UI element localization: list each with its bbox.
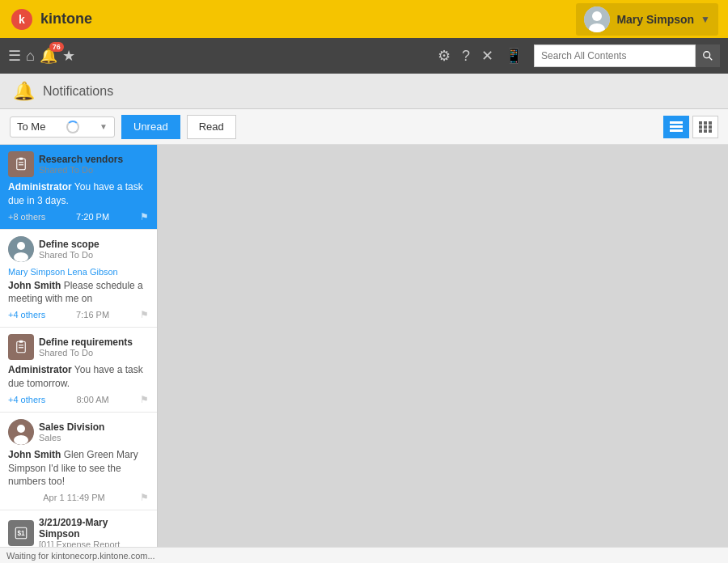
notification-item[interactable]: Define requirements Shared To Do Adminis… xyxy=(0,328,157,413)
flag-icon[interactable]: ⚑ xyxy=(140,492,149,503)
search-input[interactable] xyxy=(534,44,696,67)
notif-time: 8:00 AM xyxy=(76,395,108,404)
notif-sender: John Smith xyxy=(8,449,61,460)
avatar xyxy=(584,6,610,32)
svg-rect-19 xyxy=(17,159,26,170)
app-name: Define scope xyxy=(39,239,99,250)
notif-time: 7:16 PM xyxy=(76,310,109,320)
user-avatar xyxy=(8,236,34,262)
notifications-title: Notifications xyxy=(43,84,113,99)
to-me-dropdown[interactable]: To Me ▼ xyxy=(10,116,115,138)
notif-message: Administrator You have a task due tomorr… xyxy=(8,363,149,391)
app-name: Define requirements xyxy=(39,337,133,348)
svg-rect-7 xyxy=(670,121,683,124)
avatar2-icon xyxy=(8,419,34,445)
logo-area: k kintone xyxy=(10,7,92,32)
notif-bottom: +4 others 7:16 PM ⚑ xyxy=(8,309,149,320)
star-icon[interactable]: ★ xyxy=(62,47,75,65)
notif-message: John Smith Glen Green Mary Simpson I'd l… xyxy=(8,448,149,489)
flag-icon[interactable]: ⚑ xyxy=(140,211,149,222)
nav-bar: ☰ ⌂ 🔔 76 ★ ⚙ ? ✕ 📱 xyxy=(0,38,728,74)
notif-sender: John Smith xyxy=(8,280,61,291)
hamburger-icon[interactable]: ☰ xyxy=(8,47,21,65)
notification-badge: 76 xyxy=(49,42,64,52)
svg-rect-9 xyxy=(670,129,683,132)
grid-view-button[interactable] xyxy=(692,116,718,138)
grid-view-icon xyxy=(699,121,712,133)
user-name: Mary Simpson xyxy=(616,13,694,26)
search-button[interactable] xyxy=(696,44,720,67)
svg-text:$1: $1 xyxy=(17,530,25,537)
app-icon: $1 xyxy=(8,520,34,546)
notif-others: +4 others xyxy=(8,310,45,320)
svg-point-24 xyxy=(17,242,25,250)
notif-others: +8 others xyxy=(8,212,45,222)
user-avatar xyxy=(8,419,34,445)
notification-item[interactable]: Define scope Shared To Do Mary Simpson L… xyxy=(0,230,157,328)
app-info: Define scope Shared To Do xyxy=(39,239,99,260)
help-icon[interactable]: ? xyxy=(462,48,470,65)
status-bar: Waiting for kintonecorp.kintone.com... xyxy=(0,547,728,563)
svg-point-25 xyxy=(14,252,28,262)
svg-rect-20 xyxy=(19,158,23,160)
loading-spinner xyxy=(66,121,79,133)
app-icon xyxy=(8,151,34,177)
notif-sender: Administrator xyxy=(8,181,72,193)
svg-rect-14 xyxy=(704,125,707,129)
notif-message: John Smith Please schedule a meeting wit… xyxy=(8,279,149,307)
svg-rect-15 xyxy=(709,125,712,129)
app-sub: Sales xyxy=(39,433,104,442)
notifications-header: 🔔 Notifications xyxy=(0,74,728,109)
flag-icon[interactable]: ⚑ xyxy=(140,309,149,320)
bell-yellow-icon: 🔔 xyxy=(13,81,35,102)
svg-rect-27 xyxy=(19,341,23,343)
unread-tab[interactable]: Unread xyxy=(121,115,180,139)
app-sub: Shared To Do xyxy=(39,165,123,175)
svg-text:k: k xyxy=(19,13,25,26)
app-name: 3/21/2019-Mary Simpson xyxy=(39,517,149,540)
notif-others: +4 others xyxy=(8,395,45,404)
user-area[interactable]: Mary Simpson ▼ xyxy=(576,3,718,36)
app-sub: Shared To Do xyxy=(39,250,99,260)
dropdown-chevron-icon: ▼ xyxy=(99,122,108,131)
tools-icon[interactable]: ✕ xyxy=(481,47,493,65)
notif-time: Apr 1 11:49 PM xyxy=(43,493,104,502)
flag-icon[interactable]: ⚑ xyxy=(140,394,149,405)
app-info: 3/21/2019-Mary Simpson [01] Expense Repo… xyxy=(39,517,149,549)
notif-bottom: +4 others 8:00 AM ⚑ xyxy=(8,394,149,405)
search-icon xyxy=(702,50,713,61)
svg-rect-10 xyxy=(699,121,702,125)
bell-icon-container[interactable]: 🔔 76 xyxy=(40,47,57,65)
notif-sender: Administrator xyxy=(8,364,72,375)
read-tab[interactable]: Read xyxy=(187,115,236,139)
settings-icon[interactable]: ⚙ xyxy=(438,47,451,65)
list-view-button[interactable] xyxy=(663,116,689,138)
notif-message: Administrator You have a task due in 3 d… xyxy=(8,180,149,208)
view-toggle xyxy=(663,116,718,138)
app-info: Define requirements Shared To Do xyxy=(39,337,133,358)
app-info: Sales Division Sales xyxy=(39,421,104,442)
avatar-icon xyxy=(8,236,34,262)
notification-item[interactable]: Sales Division Sales John Smith Glen Gre… xyxy=(0,413,157,510)
svg-rect-11 xyxy=(704,121,707,125)
notif-names: Mary Simpson Lena Gibson xyxy=(8,267,118,277)
notif-time: 7:20 PM xyxy=(76,212,109,222)
notification-item[interactable]: Research vendors Shared To Do Administra… xyxy=(0,145,157,230)
notif-names-row: Mary Simpson Lena Gibson xyxy=(8,265,149,277)
filter-bar: To Me ▼ Unread Read xyxy=(0,109,728,145)
notification-list: Research vendors Shared To Do Administra… xyxy=(0,145,158,563)
svg-rect-8 xyxy=(670,125,683,128)
nav-left: ☰ ⌂ 🔔 76 ★ xyxy=(8,47,75,65)
device-icon[interactable]: 📱 xyxy=(505,47,523,65)
svg-rect-16 xyxy=(699,129,702,133)
app-name: Research vendors xyxy=(39,154,123,165)
logo-icon: k xyxy=(10,7,34,32)
search-bar xyxy=(534,44,720,67)
svg-point-3 xyxy=(592,11,602,21)
svg-rect-18 xyxy=(709,129,712,133)
home-icon[interactable]: ⌂ xyxy=(26,48,35,65)
svg-point-32 xyxy=(14,435,28,445)
main-content: Research vendors Shared To Do Administra… xyxy=(0,145,728,563)
chevron-down-icon: ▼ xyxy=(700,14,710,25)
app-icon xyxy=(8,334,34,360)
